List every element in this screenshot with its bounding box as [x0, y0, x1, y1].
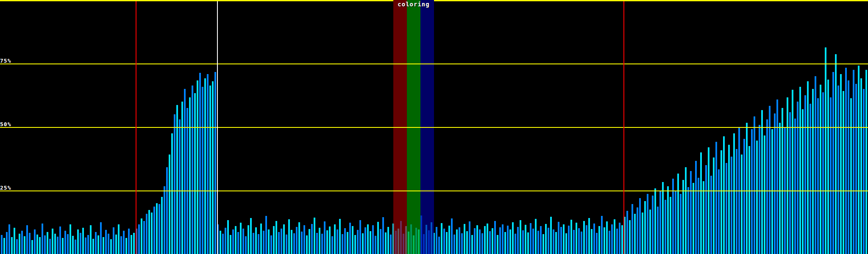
bar	[250, 218, 252, 254]
bar	[209, 86, 211, 254]
bar	[550, 217, 552, 254]
bar	[100, 222, 102, 254]
bar	[568, 226, 570, 254]
bar	[298, 222, 300, 254]
bar	[138, 224, 140, 254]
bar	[512, 222, 514, 254]
bar	[77, 229, 79, 254]
bar	[481, 233, 483, 254]
histogram-canvas[interactable]: 75%50%25% coloring	[0, 0, 868, 254]
bar	[466, 231, 468, 254]
bar	[471, 235, 473, 254]
bar	[827, 80, 829, 254]
y-axis-label: 50%	[0, 121, 11, 127]
bar	[804, 95, 806, 254]
bar	[667, 186, 669, 254]
bar	[766, 119, 768, 254]
bar	[792, 90, 793, 254]
bar	[626, 211, 628, 254]
bar	[703, 181, 704, 254]
bar	[570, 220, 572, 254]
bar	[596, 233, 598, 254]
bar	[672, 179, 674, 254]
bar	[438, 237, 440, 254]
bar	[779, 123, 781, 254]
bar	[614, 219, 615, 254]
bar	[578, 228, 580, 254]
bar	[504, 232, 506, 254]
bar	[87, 235, 89, 254]
bar	[347, 232, 348, 254]
bar	[268, 229, 270, 254]
bar	[110, 239, 112, 254]
bar	[293, 233, 295, 254]
bar	[47, 232, 48, 254]
bar	[576, 223, 577, 254]
bar	[843, 91, 844, 254]
bar	[820, 85, 821, 254]
bar	[352, 226, 353, 254]
bar	[494, 221, 496, 254]
bar	[446, 232, 448, 254]
bar	[179, 119, 181, 254]
bar	[237, 232, 239, 254]
bar	[649, 210, 651, 254]
bar	[634, 214, 636, 254]
bar	[197, 80, 198, 254]
coloring-legend-label: coloring	[393, 1, 434, 8]
bar	[522, 230, 524, 254]
bar	[487, 224, 488, 254]
bar	[865, 70, 867, 254]
bar	[342, 234, 343, 254]
bar	[273, 226, 275, 254]
bar	[34, 229, 36, 254]
bar	[16, 239, 18, 254]
gridline-50%	[0, 127, 868, 128]
bar	[220, 231, 221, 254]
bar	[227, 220, 229, 254]
bar	[1, 235, 3, 254]
bar	[367, 224, 369, 254]
bar	[797, 102, 798, 254]
bar	[502, 224, 504, 254]
bar	[164, 186, 165, 254]
bar	[721, 150, 722, 254]
bar	[120, 236, 122, 254]
bar	[258, 234, 259, 254]
bar	[459, 227, 460, 254]
bar	[685, 167, 687, 254]
bar	[853, 70, 854, 254]
bar	[72, 236, 74, 254]
bar	[687, 187, 689, 254]
bar	[840, 74, 842, 254]
bar	[527, 232, 529, 254]
bar	[652, 196, 654, 254]
bar	[606, 221, 608, 254]
bar	[756, 141, 758, 254]
bar	[794, 119, 796, 254]
bar	[860, 78, 862, 254]
bar	[105, 230, 107, 254]
bar	[499, 227, 501, 254]
bar	[517, 227, 519, 254]
bar	[464, 224, 465, 254]
bar	[456, 229, 458, 254]
bar	[621, 225, 623, 254]
bar	[609, 231, 610, 254]
bar	[344, 228, 346, 254]
bar	[189, 97, 191, 254]
bar	[337, 229, 338, 254]
bar	[291, 230, 292, 254]
bar	[153, 207, 155, 254]
bar	[92, 239, 94, 254]
bar	[591, 229, 593, 254]
bar	[64, 231, 66, 254]
bar	[156, 203, 158, 254]
bar	[326, 230, 328, 254]
bar	[3, 238, 5, 254]
bar	[82, 228, 84, 254]
bar	[616, 229, 618, 254]
bar	[700, 152, 702, 254]
top-border-line	[0, 0, 393, 1]
left-red-marker	[136, 1, 136, 254]
